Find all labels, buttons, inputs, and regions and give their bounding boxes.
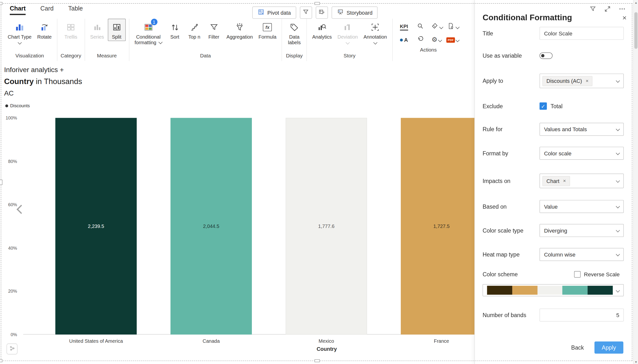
chevron-down-icon[interactable] bbox=[456, 38, 460, 42]
tab-card[interactable]: Card bbox=[40, 5, 54, 15]
ribbon-group-story: Analytics Deviation Annotation bbox=[307, 19, 393, 61]
color-text-button[interactable]: A bbox=[400, 37, 408, 43]
x-axis-category-label: United States of America bbox=[39, 338, 153, 344]
chevron-down-icon[interactable] bbox=[616, 178, 620, 182]
storyboard-button[interactable]: Storyboard bbox=[332, 6, 378, 19]
bars-layer: 2,239.52,044.51,777.61,727.5 bbox=[23, 118, 487, 335]
bar[interactable]: 1,727.5 bbox=[401, 118, 482, 335]
export-pdf-button[interactable]: PDF bbox=[447, 37, 459, 42]
apply-to-multiselect[interactable]: Discounts (AC) × bbox=[539, 74, 623, 88]
bar[interactable]: 1,777.6 bbox=[286, 118, 367, 335]
export-settings-button[interactable] bbox=[447, 22, 459, 32]
color-scheme-dropdown[interactable] bbox=[482, 284, 623, 296]
conditional-formatting-button[interactable]: 1 Conditional formatting bbox=[133, 19, 164, 47]
impacts-on-multiselect[interactable]: Chart × bbox=[539, 174, 623, 188]
color-dot-icon bbox=[400, 38, 403, 41]
number-of-bands-input[interactable] bbox=[539, 308, 623, 322]
color-scale-type-dropdown[interactable]: Diverging bbox=[539, 224, 623, 237]
storyboard-icon bbox=[337, 8, 344, 16]
chevron-down-icon[interactable] bbox=[438, 38, 442, 42]
tab-table[interactable]: Table bbox=[68, 5, 83, 15]
scrollbar-thumb[interactable] bbox=[634, 12, 637, 49]
scroll-up-icon[interactable]: ▲ bbox=[633, 0, 638, 5]
more-options-button[interactable] bbox=[618, 5, 626, 14]
chevron-down-icon[interactable] bbox=[373, 40, 377, 44]
edit-table-button[interactable] bbox=[316, 6, 328, 19]
impacts-on-label: Impacts on bbox=[482, 178, 510, 184]
group-label-data: Data bbox=[133, 52, 278, 61]
resize-handle[interactable] bbox=[314, 359, 320, 362]
pivot-data-icon bbox=[257, 8, 264, 16]
rule-for-dropdown[interactable]: Values and Totals bbox=[539, 123, 623, 136]
chart-title-line1: Inforiver analytics + bbox=[4, 64, 82, 76]
group-label-category: Category bbox=[61, 52, 81, 61]
focus-mode-button[interactable] bbox=[604, 5, 611, 14]
ribbon-group-display: Data labels Display bbox=[282, 19, 307, 61]
reverse-scale-checkbox[interactable] bbox=[574, 271, 581, 278]
split-icon bbox=[112, 21, 122, 34]
split-label: Split bbox=[112, 34, 121, 40]
formula-button[interactable]: fx Formula bbox=[256, 19, 278, 41]
top-n-button[interactable]: Top n bbox=[185, 19, 203, 41]
resize-handle[interactable] bbox=[0, 359, 3, 362]
resize-handle[interactable] bbox=[0, 2, 3, 5]
group-label-visualization: Visualization bbox=[6, 52, 54, 61]
toggle-knob bbox=[541, 54, 544, 57]
chevron-down-icon[interactable] bbox=[455, 25, 459, 29]
exclude-total-checkbox[interactable]: ✓ bbox=[539, 102, 547, 110]
data-labels-button[interactable]: Data labels bbox=[285, 19, 303, 47]
bar[interactable]: 2,044.5 bbox=[170, 118, 252, 335]
sort-button[interactable]: Sort bbox=[166, 19, 184, 41]
aggregation-button[interactable]: Aggregation bbox=[224, 19, 255, 41]
kpi-button[interactable]: KPI bbox=[400, 24, 408, 30]
format-by-dropdown[interactable]: Color scale bbox=[539, 147, 623, 160]
title-input[interactable] bbox=[539, 27, 623, 40]
gear-icon: ⚙ bbox=[432, 37, 438, 43]
conditional-formatting-icon: 1 bbox=[144, 21, 153, 34]
quick-menu-button[interactable] bbox=[7, 344, 18, 354]
chevron-down-icon[interactable] bbox=[616, 79, 620, 82]
use-as-variable-toggle[interactable] bbox=[539, 52, 552, 59]
annotation-button[interactable]: Annotation bbox=[362, 19, 389, 45]
undo-button[interactable] bbox=[416, 35, 424, 45]
close-icon[interactable]: × bbox=[622, 14, 626, 22]
remove-tag-icon[interactable]: × bbox=[563, 178, 566, 184]
chart-type-button[interactable]: Chart Type bbox=[6, 19, 34, 45]
chart-legend[interactable]: Discounts bbox=[6, 103, 30, 108]
based-on-dropdown[interactable]: Value bbox=[539, 200, 623, 213]
page-scrollbar[interactable]: ▲ ▼ bbox=[633, 0, 638, 364]
apply-to-chip: Discounts (AC) × bbox=[542, 76, 592, 86]
bar[interactable]: 2,239.5 bbox=[55, 118, 137, 335]
letter-a-icon: A bbox=[404, 37, 408, 43]
back-button[interactable]: Back bbox=[565, 342, 590, 354]
search-button[interactable] bbox=[416, 22, 424, 32]
resize-handle[interactable] bbox=[314, 2, 320, 5]
analytics-button[interactable]: Analytics bbox=[310, 19, 334, 41]
scroll-down-icon[interactable]: ▼ bbox=[633, 359, 638, 364]
format-painter-button[interactable] bbox=[430, 22, 443, 32]
chevron-down-icon[interactable] bbox=[439, 25, 443, 29]
rotate-button[interactable]: Rotate bbox=[35, 19, 54, 41]
ellipsis-icon bbox=[618, 7, 626, 14]
x-axis-category-label: Canada bbox=[154, 338, 268, 344]
bar-value-label: 2,044.5 bbox=[170, 223, 252, 229]
y-axis-tick: 80% bbox=[8, 159, 17, 164]
apply-button[interactable]: Apply bbox=[594, 342, 623, 354]
visual-header bbox=[589, 5, 626, 14]
top-n-icon bbox=[189, 21, 199, 34]
bar-value-label: 1,777.6 bbox=[286, 223, 367, 229]
settings-button[interactable]: ⚙ bbox=[432, 37, 442, 43]
tab-chart[interactable]: Chart bbox=[10, 5, 26, 15]
remove-tag-icon[interactable]: × bbox=[586, 78, 589, 84]
split-button[interactable]: Split bbox=[108, 19, 125, 41]
rotate-icon bbox=[40, 21, 49, 34]
pivot-data-button[interactable]: Pivot data bbox=[252, 6, 296, 19]
visual-filter-button[interactable] bbox=[589, 5, 596, 14]
reverse-scale-label: Reverse Scale bbox=[584, 272, 620, 278]
filter-button[interactable]: Filter bbox=[205, 19, 223, 41]
heat-map-type-dropdown[interactable]: Column wise bbox=[539, 248, 623, 261]
chevron-down-icon[interactable] bbox=[18, 40, 22, 44]
chevron-down-icon[interactable] bbox=[159, 40, 163, 44]
filter-data-button[interactable] bbox=[300, 6, 312, 19]
series-label: Series bbox=[90, 34, 104, 40]
